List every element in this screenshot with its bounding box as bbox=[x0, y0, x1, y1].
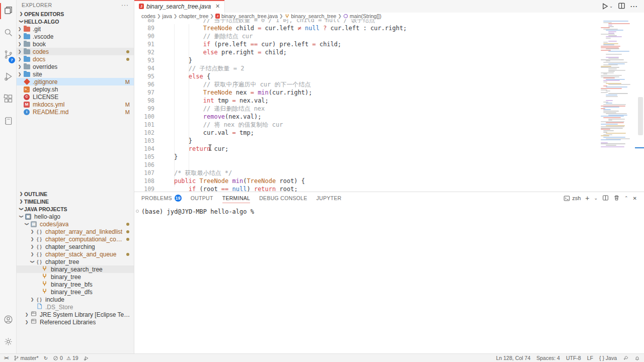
tree-item-book[interactable]: ❯book bbox=[17, 40, 134, 48]
tree-item-license[interactable]: ©LICENSE bbox=[17, 93, 134, 101]
java-tree-item-ds-store[interactable]: .DS_Store bbox=[17, 303, 134, 311]
cursor-position-status[interactable]: Ln 128, Col 74 bbox=[496, 355, 530, 361]
code-line-107[interactable]: 107/* 获取最小结点 */ bbox=[134, 169, 637, 177]
java-tree-item-binary-tree[interactable]: binary_tree bbox=[17, 273, 134, 281]
accounts-button[interactable] bbox=[0, 309, 17, 331]
split-editor-button[interactable] bbox=[618, 2, 625, 11]
code-line-105[interactable]: 105} bbox=[134, 153, 637, 161]
java-server-mode-icon[interactable] bbox=[623, 355, 628, 361]
sync-button[interactable]: ↻ bbox=[44, 355, 48, 361]
java-tree-item-chapter-searching[interactable]: ❯{ }chapter_searching bbox=[17, 243, 134, 250]
problems-status[interactable]: 0 ⚠ 19 bbox=[53, 355, 78, 361]
notebook-activity-button[interactable] bbox=[0, 111, 17, 133]
tab-binary-search-tree[interactable]: J binary_search_tree.java ✕ bbox=[134, 0, 225, 13]
editor-scrollbar[interactable] bbox=[637, 13, 644, 192]
code-line-96[interactable]: 96// 获取中序遍历中 cur 的下一个结点 bbox=[134, 80, 637, 88]
code-line-91[interactable]: 91if (pre.left == cur) pre.left = child; bbox=[134, 40, 637, 48]
breadcrumb-item-chapter-tree[interactable]: chapter_tree bbox=[179, 13, 208, 19]
breadcrumb-item-main-string[interactable]: main(String[]) bbox=[343, 13, 381, 19]
panel-tab-debug-console[interactable]: DEBUG CONSOLE bbox=[259, 192, 307, 204]
timeline-header[interactable]: ❯ TIMELINE bbox=[17, 198, 134, 205]
new-terminal-button[interactable]: + bbox=[585, 194, 589, 202]
tree-item-git[interactable]: ❯.git bbox=[17, 25, 134, 33]
java-tree-item-binary-tree-dfs[interactable]: binary_tree_dfs bbox=[17, 288, 134, 296]
tab-close-icon[interactable]: ✕ bbox=[215, 3, 220, 10]
code-line-92[interactable]: 92else pre.right = child; bbox=[134, 48, 637, 56]
tree-item-mkdocs-yml[interactable]: Mmkdocs.ymlM bbox=[17, 101, 134, 108]
run-debug-activity-button[interactable] bbox=[0, 66, 17, 88]
terminal[interactable]: (base) jyd@JYD-MBP hello-algo % bbox=[134, 204, 644, 215]
java-tree-item-chapter-computational-complexity[interactable]: ❯{ }chapter_computational_complexity bbox=[17, 235, 134, 243]
java-tree-item-chapter-tree[interactable]: ❯{ }chapter_tree bbox=[17, 258, 134, 265]
notifications-bell-icon[interactable] bbox=[634, 355, 640, 361]
language-mode-status[interactable]: { } Java bbox=[599, 355, 617, 361]
java-tree-item-chapter-stack-and-queue[interactable]: ❯{ }chapter_stack_and_queue bbox=[17, 250, 134, 258]
tree-item-gitignore[interactable]: .gitignoreM bbox=[17, 78, 134, 85]
java-tree-item-binary-search-tree[interactable]: binary_search_tree bbox=[17, 265, 134, 273]
minimap[interactable] bbox=[601, 17, 637, 148]
java-tree-item-jre-system-library-eclipse-temurin-17-17[interactable]: ❯JRE System Library [Eclipse Temurin 17 … bbox=[17, 311, 134, 318]
panel-tab-terminal[interactable]: TERMINAL bbox=[222, 192, 251, 204]
tree-item-site[interactable]: ❯site bbox=[17, 70, 134, 78]
extensions-activity-button[interactable] bbox=[0, 88, 17, 111]
panel-tab-jupyter[interactable]: JUPYTER bbox=[316, 192, 342, 204]
run-button[interactable]: ⌄ bbox=[601, 3, 613, 10]
remote-indicator[interactable]: >< bbox=[4, 355, 9, 360]
tree-item-codes[interactable]: ❯codes bbox=[17, 48, 134, 55]
code-line-106[interactable]: 106 bbox=[134, 161, 637, 169]
code-line-101[interactable]: 101// 将 nex 的值复制给 cur bbox=[134, 121, 637, 129]
java-tree-item-referenced-libraries[interactable]: ❯Referenced Libraries bbox=[17, 318, 134, 326]
tree-item-deploy-sh[interactable]: >_deploy.sh bbox=[17, 85, 134, 93]
settings-button[interactable] bbox=[0, 331, 17, 353]
breadcrumb-item-codes[interactable]: codes bbox=[141, 13, 155, 19]
terminal-shell-picker[interactable]: zsh bbox=[564, 195, 581, 202]
breadcrumb-item-binary-search-tree[interactable]: binary_search_tree bbox=[285, 13, 337, 19]
close-panel-button[interactable]: ✕ bbox=[633, 196, 637, 201]
code-line-103[interactable]: 103} bbox=[134, 137, 637, 145]
java-tree-item-binary-tree-bfs[interactable]: binary_tree_bfs bbox=[17, 281, 134, 288]
search-activity-button[interactable] bbox=[0, 22, 17, 44]
terminal-dropdown-icon[interactable]: ⌄ bbox=[594, 196, 598, 201]
code-line-104[interactable]: 104return cur; bbox=[134, 145, 637, 153]
tree-item-readme-md[interactable]: iREADME.mdM bbox=[17, 108, 134, 116]
indentation-status[interactable]: Spaces: 4 bbox=[536, 355, 560, 361]
split-terminal-button[interactable] bbox=[602, 195, 609, 202]
code-line-109[interactable]: 109if (root == null) return root; bbox=[134, 185, 637, 192]
open-editors-header[interactable]: ❯ OPEN EDITORS bbox=[17, 10, 134, 18]
panel-tab-problems[interactable]: PROBLEMS19 bbox=[141, 192, 182, 204]
more-actions-button[interactable]: ··· bbox=[630, 3, 638, 10]
code-line-93[interactable]: 93} bbox=[134, 56, 637, 64]
java-projects-header[interactable]: ❯ JAVA PROJECTS bbox=[17, 205, 134, 213]
code-line-99[interactable]: 99// 递归删除结点 nex bbox=[134, 105, 637, 113]
code-line-97[interactable]: 97TreeNode nex = min(cur.right); bbox=[134, 88, 637, 97]
java-tree-item-codes-java[interactable]: ❯▤codes/java bbox=[17, 220, 134, 228]
explorer-activity-button[interactable] bbox=[0, 0, 17, 22]
source-control-activity-button[interactable]: 7 bbox=[0, 44, 17, 66]
tree-item-docs[interactable]: ❯docs bbox=[17, 55, 134, 63]
breadcrumb-item-java[interactable]: java bbox=[163, 13, 172, 19]
code-line-89[interactable]: 89TreeNode child = cur.left ≠ null ? cur… bbox=[134, 24, 637, 32]
encoding-status[interactable]: UTF-8 bbox=[566, 355, 581, 361]
code-line-100[interactable]: 100remove(nex.val); bbox=[134, 113, 637, 121]
git-branch-status[interactable]: master* bbox=[14, 355, 39, 361]
eol-status[interactable]: LF bbox=[587, 355, 593, 361]
java-tree-item-include[interactable]: ❯{ }include bbox=[17, 296, 134, 303]
workspace-root-header[interactable]: ❯ HELLO-ALGO bbox=[17, 18, 134, 25]
java-tree-item-chapter-array-and-linkedlist[interactable]: ❯{ }chapter_array_and_linkedlist bbox=[17, 228, 134, 235]
run-dropdown-icon[interactable]: ⌄ bbox=[609, 4, 613, 9]
breadcrumb-item-binary-search-tree-java[interactable]: Jbinary_search_tree.java bbox=[215, 13, 278, 19]
code-line-108[interactable]: 108public TreeNode min(TreeNode root) { bbox=[134, 177, 637, 185]
code-editor[interactable]: 88// 当子结点数量 = 0 / 1 时, child = null / 该子… bbox=[134, 19, 637, 192]
code-line-88[interactable]: 88// 当子结点数量 = 0 / 1 时, child = null / 该子… bbox=[134, 19, 637, 24]
debug-status-icon[interactable] bbox=[84, 355, 89, 361]
explorer-more-actions[interactable]: ··· bbox=[121, 2, 129, 9]
outline-header[interactable]: ❯ OUTLINE bbox=[17, 190, 134, 198]
tree-item-vscode[interactable]: ❯.vscode bbox=[17, 33, 134, 40]
tree-item-overrides[interactable]: ❯overrides bbox=[17, 63, 134, 70]
code-line-98[interactable]: 98int tmp = nex.val; bbox=[134, 97, 637, 105]
code-line-95[interactable]: 95else { bbox=[134, 72, 637, 80]
java-tree-item-hello-algo[interactable]: ❯▣hello-algo bbox=[17, 213, 134, 220]
panel-tab-output[interactable]: OUTPUT bbox=[191, 192, 213, 204]
code-line-90[interactable]: 90// 删除结点 cur bbox=[134, 32, 637, 40]
maximize-panel-button[interactable]: ⌃ bbox=[624, 196, 628, 201]
